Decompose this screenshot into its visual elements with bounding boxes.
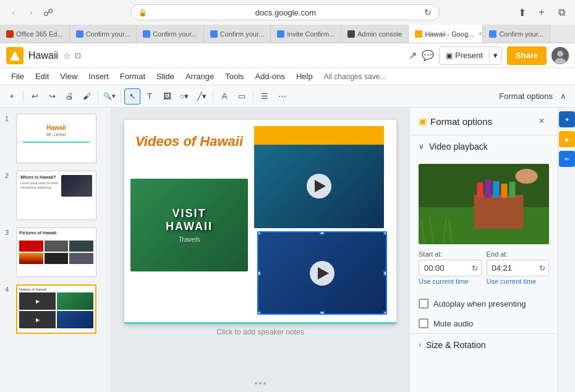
handle-tl[interactable]	[257, 231, 261, 235]
tab-confirm1[interactable]: Confirm your...	[70, 25, 137, 43]
video-preview-image	[419, 164, 549, 244]
handle-tc[interactable]	[320, 231, 325, 235]
share-button[interactable]: Share	[507, 46, 547, 65]
handle-bc[interactable]	[320, 311, 325, 315]
tab-confirm2[interactable]: Confirm your...	[137, 25, 204, 43]
drag-dots	[255, 382, 266, 385]
bg-color-button[interactable]: A	[216, 88, 232, 104]
windows-button[interactable]: ⧉	[554, 5, 569, 20]
slide-item-2[interactable]: 2 Where is Hawaii? Lorem ipsum dolor sit…	[4, 169, 107, 221]
reload-icon[interactable]: ↻	[424, 7, 432, 17]
mute-label[interactable]: Mute audio	[433, 319, 473, 328]
handle-bl[interactable]	[257, 311, 261, 315]
paint-format-button[interactable]: 🖌	[79, 88, 95, 104]
video-ocean[interactable]	[257, 231, 387, 315]
video-preview-area	[410, 158, 558, 250]
size-rotation-section[interactable]: › Size & Rotation	[410, 333, 558, 356]
tab-confirm3[interactable]: Confirm your...	[204, 25, 271, 43]
canvas-area[interactable]: Videos of Hawaii VISIT HAWAII Travels	[111, 108, 409, 392]
menu-file[interactable]: File	[6, 70, 29, 83]
slide-thumb-3[interactable]: Pictures of Hawaii	[16, 228, 96, 277]
present-label: Present	[455, 51, 483, 60]
menu-view[interactable]: View	[55, 70, 82, 83]
handle-br[interactable]	[383, 311, 387, 315]
menu-edit[interactable]: Edit	[30, 70, 54, 83]
shape-tool[interactable]: ○▾	[176, 88, 192, 104]
slide-canvas[interactable]: Videos of Hawaii VISIT HAWAII Travels	[124, 120, 396, 324]
new-tab-button[interactable]: +	[534, 5, 549, 20]
zoom-button[interactable]: 🔍▾	[101, 88, 117, 104]
undo-button[interactable]: ↩	[27, 88, 43, 104]
address-bar[interactable]: 🔒 docs.google.com ↻	[130, 4, 440, 20]
speaker-notes-hint[interactable]: Click to add speaker notes	[124, 328, 396, 336]
svg-rect-9	[493, 181, 500, 198]
menu-help[interactable]: Help	[291, 70, 318, 83]
back-button[interactable]: ‹	[6, 5, 21, 20]
image-tool[interactable]: 🖼	[159, 88, 175, 104]
print-button[interactable]: 🖨	[61, 88, 77, 104]
present-dropdown[interactable]: ▾	[489, 48, 501, 62]
tabs-bar: Office 365 Ed... Confirm your... Confirm…	[0, 25, 575, 43]
present-button[interactable]: ▣ Present	[440, 48, 489, 62]
handle-ml[interactable]	[257, 271, 261, 276]
tab-invite[interactable]: Invite Confirm...	[271, 25, 341, 43]
border-color-button[interactable]: ▭	[234, 88, 250, 104]
folder-icon[interactable]: ⊡	[75, 51, 81, 60]
line-tool[interactable]: ╱▾	[194, 88, 210, 104]
tab-hawaii[interactable]: Hawaii - Goog... ×	[409, 25, 483, 43]
comment-icon[interactable]: 💬	[422, 49, 434, 61]
collapse-format-button[interactable]: ∧	[555, 88, 571, 104]
star-icon[interactable]: ☆	[63, 51, 71, 61]
use-current-start[interactable]: Use current time	[419, 276, 482, 290]
tab-close-hawaii[interactable]: ×	[479, 30, 482, 37]
handle-tr[interactable]	[383, 231, 387, 235]
more-button[interactable]: ⋯	[274, 88, 290, 104]
menu-format[interactable]: Format	[115, 70, 150, 83]
autoplay-label[interactable]: Autoplay when presenting	[433, 299, 526, 309]
slide-item-4[interactable]: 4 Videos of Hawaii ▶ ▶	[4, 283, 107, 335]
redo-button[interactable]: ↪	[44, 88, 60, 104]
menu-addons[interactable]: Add-ons	[250, 70, 290, 83]
bookmarks-button[interactable]: ☍	[41, 5, 56, 20]
tab-admin[interactable]: Admin console	[341, 25, 409, 43]
chart-icon[interactable]: ↗	[409, 49, 417, 61]
slide3-title: Pictures of Hawaii	[17, 228, 96, 237]
add-button[interactable]: +	[4, 88, 20, 104]
forward-button[interactable]: ›	[23, 5, 38, 20]
autoplay-checkbox[interactable]	[419, 299, 428, 309]
use-current-end[interactable]: Use current time	[487, 276, 550, 290]
side-btn-3[interactable]: ✏	[559, 151, 575, 167]
menu-arrange[interactable]: Arrange	[181, 70, 219, 83]
slide-item-3[interactable]: 3 Pictures of Hawaii	[4, 226, 107, 278]
video-natgeo[interactable]	[254, 126, 384, 228]
menu-slide[interactable]: Slide	[151, 70, 179, 83]
slide-item-1[interactable]: 1 Hawaii Mr. Lerner	[4, 113, 107, 164]
slide-thumb-4[interactable]: Videos of Hawaii ▶ ▶	[16, 284, 96, 334]
user-avatar[interactable]	[552, 47, 569, 64]
format-panel-close[interactable]: ×	[534, 114, 549, 129]
start-refresh-icon[interactable]: ↻	[472, 264, 478, 273]
tab-confirm4[interactable]: Confirm your...	[483, 25, 550, 43]
align-button[interactable]: ☰	[257, 88, 273, 104]
end-refresh-icon[interactable]: ↻	[539, 264, 545, 273]
mute-checkbox[interactable]	[419, 318, 428, 328]
side-btn-1[interactable]: ✦	[559, 111, 575, 127]
menu-tools[interactable]: Tools	[220, 70, 249, 83]
handle-mr[interactable]	[383, 271, 387, 276]
slide-thumb-2[interactable]: Where is Hawaii? Lorem ipsum dolor sit a…	[16, 171, 96, 220]
upload-button[interactable]: ⬆	[514, 5, 529, 20]
tab-office365[interactable]: Office 365 Ed...	[0, 25, 70, 43]
side-icon-strip: ✦ ■ ✏	[558, 108, 575, 392]
select-tool[interactable]: ↖	[124, 88, 140, 104]
video-playback-section-header[interactable]: ∨ Video playback	[410, 135, 558, 158]
svg-rect-6	[474, 195, 524, 229]
side-btn-2[interactable]: ■	[559, 131, 575, 147]
tab-label-confirm1: Confirm your...	[86, 30, 130, 38]
play-button-ocean[interactable]	[310, 261, 334, 286]
video-hawaii[interactable]: VISIT HAWAII Travels	[130, 179, 248, 271]
doc-title: Hawaii	[28, 50, 58, 61]
text-tool[interactable]: T	[142, 88, 158, 104]
menu-insert[interactable]: Insert	[83, 70, 114, 83]
slide-thumb-1[interactable]: Hawaii Mr. Lerner	[16, 114, 96, 163]
play-button-natgeo[interactable]	[307, 174, 331, 198]
